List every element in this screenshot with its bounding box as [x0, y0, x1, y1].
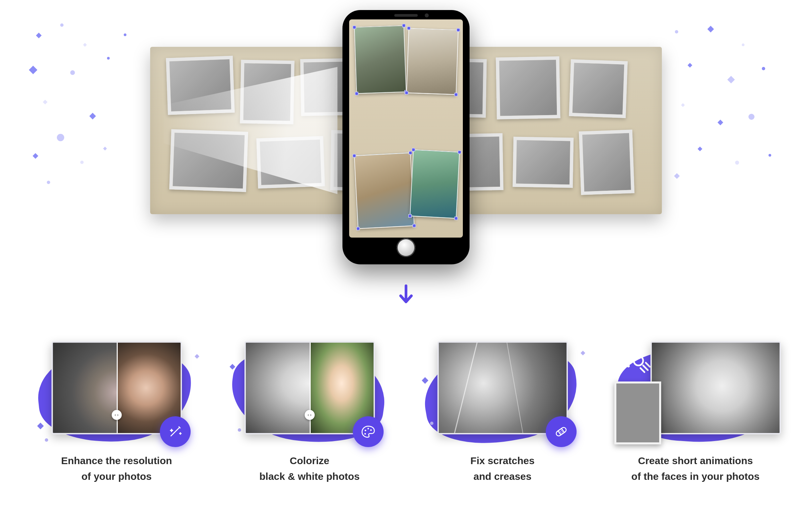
caption-line: of your photos	[61, 469, 172, 485]
slider-handle[interactable]: ‹ ›	[304, 410, 315, 420]
decorative-sparkles-left	[23, 13, 150, 201]
feature-thumb: ‹ ›	[52, 341, 182, 438]
svg-point-8	[560, 432, 561, 434]
svg-point-0	[365, 430, 366, 431]
motion-icon	[629, 351, 652, 374]
caption-line: and creases	[470, 469, 535, 485]
wand-icon	[160, 416, 191, 447]
svg-point-2	[370, 429, 372, 431]
compare-slider[interactable]: ‹ ›	[52, 341, 182, 434]
feature-thumb: ‹ ›	[244, 341, 375, 438]
svg-point-6	[559, 431, 560, 432]
feature-thumb	[437, 341, 568, 438]
phone-camera-dot	[425, 13, 429, 18]
svg-point-1	[367, 428, 369, 429]
phone-mockup	[343, 10, 469, 264]
feature-caption: Colorize black & white photos	[259, 453, 359, 484]
damaged-photo-preview	[437, 341, 568, 434]
phone-home-button	[397, 238, 415, 257]
features-row: ‹ › Enhance the resolution of your photo…	[0, 341, 812, 484]
scanned-photo	[406, 28, 459, 95]
svg-point-7	[561, 430, 562, 431]
decorative-sparkles-right	[662, 13, 789, 201]
animated-photo-small	[614, 381, 661, 444]
scanned-photo	[410, 149, 460, 219]
caption-line: black & white photos	[259, 469, 359, 485]
bandage-icon	[546, 416, 577, 447]
caption-line: Enhance the resolution	[61, 453, 172, 469]
caption-line: Fix scratches	[470, 453, 535, 469]
arrow-down-icon	[397, 284, 415, 306]
feature-repair: Fix scratches and creases	[426, 341, 579, 484]
svg-point-10	[634, 356, 643, 365]
feature-enhance: ‹ › Enhance the resolution of your photo…	[40, 341, 193, 484]
feature-colorize: ‹ › Colorize black & white photos	[233, 341, 386, 484]
svg-point-3	[364, 433, 366, 435]
scanned-photo	[354, 25, 407, 94]
phone-speaker	[394, 14, 418, 17]
palette-icon	[353, 416, 384, 447]
feature-caption: Create short animations of the faces in …	[631, 453, 759, 484]
feature-animate: Create short animations of the faces in …	[619, 341, 772, 484]
svg-rect-4	[555, 427, 567, 437]
caption-line: Create short animations	[631, 453, 759, 469]
feature-caption: Fix scratches and creases	[470, 453, 535, 484]
caption-line: Colorize	[259, 453, 359, 469]
feature-caption: Enhance the resolution of your photos	[61, 453, 172, 484]
animated-photo-preview	[650, 341, 781, 434]
slider-handle[interactable]: ‹ ›	[112, 410, 122, 420]
svg-rect-5	[558, 428, 564, 435]
caption-line: of the faces in your photos	[631, 469, 759, 485]
hero-illustration	[145, 10, 667, 244]
compare-slider[interactable]: ‹ ›	[244, 341, 375, 434]
scanned-photo	[354, 153, 414, 229]
feature-thumb	[630, 341, 761, 438]
svg-point-9	[561, 431, 563, 433]
phone-screen	[349, 20, 463, 238]
